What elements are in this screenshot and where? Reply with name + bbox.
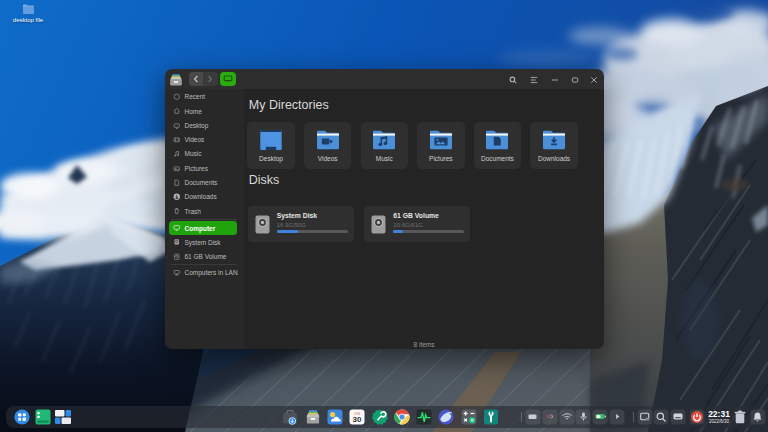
svg-text:30: 30	[353, 415, 362, 424]
